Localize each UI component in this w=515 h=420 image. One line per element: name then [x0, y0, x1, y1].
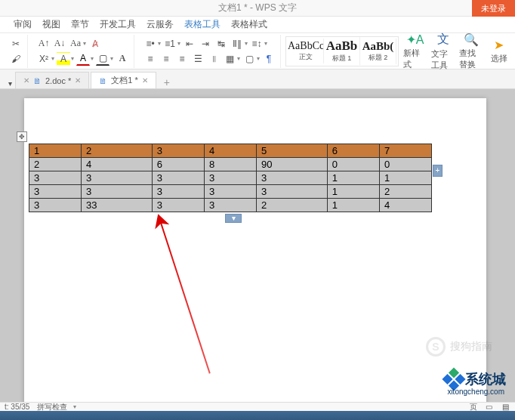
- table-cell[interactable]: 6: [152, 158, 204, 171]
- table-cell[interactable]: 1: [327, 185, 379, 199]
- new-style-button[interactable]: ✦A 新样式: [403, 36, 427, 67]
- shading-color-icon[interactable]: ▦: [223, 52, 236, 66]
- chevron-down-icon: ▾: [51, 55, 54, 62]
- table-cell[interactable]: 3: [152, 171, 204, 185]
- table-cell[interactable]: 1: [327, 171, 379, 185]
- asian-layout-icon[interactable]: A: [116, 52, 129, 66]
- align-left-icon[interactable]: ≡: [143, 52, 157, 66]
- table-cell[interactable]: 2: [257, 199, 328, 212]
- table-cell[interactable]: 3: [257, 171, 328, 185]
- table-cell[interactable]: 3: [29, 199, 82, 212]
- sub-super-icon[interactable]: X²: [37, 52, 51, 66]
- watermark-sogou-text: 搜狗指南: [450, 340, 492, 354]
- menu-table-tools[interactable]: 表格工具: [184, 18, 220, 31]
- select-button[interactable]: ➤ 选择: [487, 36, 510, 67]
- table-header-cell[interactable]: 5: [257, 144, 328, 158]
- font-shrink-icon[interactable]: A↓: [53, 37, 66, 51]
- styles-gallery[interactable]: AaBbCcDd 正文 AaBb 标题 1 AaBb( 标题 2: [285, 36, 399, 66]
- table-cell[interactable]: 4: [379, 199, 431, 212]
- table-cell[interactable]: 3: [152, 185, 204, 199]
- style-normal[interactable]: AaBbCcDd 正文: [288, 39, 324, 63]
- select-label: 选择: [491, 53, 507, 64]
- add-row-handle[interactable]: ▾: [225, 214, 242, 223]
- borders-icon[interactable]: ▢: [242, 52, 256, 66]
- tabs-menu-icon[interactable]: ▾: [5, 78, 15, 88]
- table-cell[interactable]: 0: [327, 158, 379, 171]
- menu-view[interactable]: 视图: [42, 18, 60, 31]
- tab-doc-2[interactable]: ✕ 🗎 2.doc * ✕: [15, 72, 89, 88]
- table-cell[interactable]: 2: [29, 158, 82, 171]
- align-right-icon[interactable]: ≡: [175, 52, 189, 66]
- close-icon[interactable]: ✕: [75, 76, 81, 85]
- text-tools-button[interactable]: 文 文字工具: [431, 36, 455, 67]
- tabs-icon[interactable]: ↹: [214, 37, 228, 51]
- table-cell[interactable]: 90: [257, 158, 328, 171]
- add-tab-button[interactable]: +: [158, 76, 176, 88]
- format-painter-icon[interactable]: 🖌: [9, 52, 23, 66]
- table-header-cell[interactable]: 3: [152, 144, 204, 158]
- chevron-down-icon: ▾: [73, 403, 76, 410]
- indent-inc-icon[interactable]: ⇥: [199, 37, 212, 51]
- change-case-icon[interactable]: Aa: [69, 37, 82, 51]
- table-cell[interactable]: 3: [82, 185, 153, 199]
- highlight-icon[interactable]: A: [57, 52, 70, 66]
- text-direction-icon[interactable]: Ⅱ‖: [230, 37, 244, 51]
- table-cell[interactable]: 0: [379, 158, 431, 171]
- align-center-icon[interactable]: ≡: [159, 52, 173, 66]
- menu-table-styles[interactable]: 表格样式: [231, 18, 267, 31]
- close-icon[interactable]: ✕: [23, 76, 29, 85]
- word-doc-icon: 🗎: [99, 76, 107, 85]
- table-cell[interactable]: 2: [379, 185, 431, 199]
- tab-doc-1[interactable]: 🗎 文档1 * ✕: [91, 72, 156, 88]
- table-header-cell[interactable]: 2: [82, 144, 153, 158]
- menu-review[interactable]: 审阅: [14, 18, 32, 31]
- indent-dec-icon[interactable]: ⇤: [183, 37, 196, 51]
- table-cell[interactable]: 4: [82, 158, 153, 171]
- table-cell[interactable]: 3: [204, 185, 256, 199]
- close-icon[interactable]: ✕: [142, 76, 148, 85]
- line-spacing-icon[interactable]: ≡↕: [250, 37, 264, 51]
- font-grow-icon[interactable]: A↑: [37, 37, 51, 51]
- chevron-down-icon: ▾: [257, 55, 260, 62]
- menu-section[interactable]: 章节: [71, 18, 89, 31]
- menu-devtools[interactable]: 开发工具: [100, 18, 136, 31]
- table-cell[interactable]: 3: [204, 171, 256, 185]
- table-move-handle[interactable]: ✥: [17, 131, 27, 142]
- table-cell[interactable]: 3: [204, 199, 256, 212]
- table-cell[interactable]: 8: [204, 158, 256, 171]
- table-cell[interactable]: 3: [29, 185, 82, 199]
- ribbon-clipboard: ✂ 🖌: [5, 35, 28, 68]
- style-heading2[interactable]: AaBb( 标题 2: [360, 39, 396, 64]
- table-header-cell[interactable]: 4: [204, 144, 256, 158]
- distribute-icon[interactable]: ⫴: [207, 52, 220, 66]
- bullets-icon[interactable]: ≡•: [143, 37, 157, 51]
- menu-cloud[interactable]: 云服务: [146, 18, 174, 31]
- table-row: 24689000: [29, 158, 432, 171]
- chevron-down-icon: ▾: [83, 40, 86, 47]
- find-replace-button[interactable]: 🔍 查找替换: [459, 36, 483, 67]
- table-header-cell[interactable]: 1: [29, 144, 82, 158]
- font-color-icon[interactable]: A: [76, 52, 90, 66]
- shading-icon[interactable]: ▢: [96, 52, 109, 66]
- clear-format-icon[interactable]: A̷: [88, 37, 102, 51]
- table-cell[interactable]: 3: [82, 171, 153, 185]
- style-heading1[interactable]: AaBb 标题 1: [324, 37, 360, 65]
- document-page[interactable]: ✥ 1 2 3 4 5 6 7 246890003333311333331233…: [24, 98, 486, 402]
- table-cell[interactable]: 3: [29, 171, 82, 185]
- table-cell[interactable]: 33: [82, 199, 153, 212]
- table-cell[interactable]: 3: [152, 199, 204, 212]
- add-column-handle[interactable]: +: [433, 165, 443, 177]
- table-cell[interactable]: 1: [327, 199, 379, 212]
- style-name: 标题 1: [324, 54, 359, 63]
- numbering-icon[interactable]: ≡1: [163, 37, 177, 51]
- table-cell[interactable]: 1: [379, 171, 431, 185]
- data-table[interactable]: 1 2 3 4 5 6 7 24689000333331133333123333…: [29, 144, 432, 212]
- table-header-cell[interactable]: 7: [379, 144, 431, 158]
- window-title: 文档1 * - WPS 文字: [218, 2, 297, 14]
- align-justify-icon[interactable]: ☰: [191, 52, 205, 66]
- table-header-cell[interactable]: 6: [327, 144, 379, 158]
- show-marks-icon[interactable]: ¶: [262, 52, 276, 66]
- login-button[interactable]: 未登录: [472, 0, 515, 17]
- cut-icon[interactable]: ✂: [9, 37, 23, 51]
- table-cell[interactable]: 3: [257, 185, 328, 199]
